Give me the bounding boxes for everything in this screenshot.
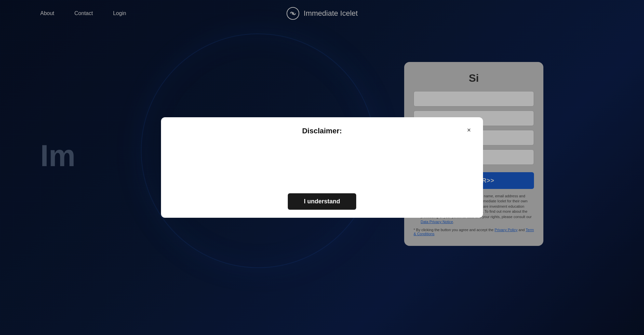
modal-header: Disclaimer: × xyxy=(173,127,471,135)
modal-footer: I understand xyxy=(173,188,471,210)
disclaimer-modal: Disclaimer: × I understand xyxy=(161,117,483,218)
understand-button[interactable]: I understand xyxy=(288,193,356,210)
modal-body xyxy=(173,142,471,188)
modal-title: Disclaimer: xyxy=(302,127,342,135)
modal-close-button[interactable]: × xyxy=(467,127,471,133)
